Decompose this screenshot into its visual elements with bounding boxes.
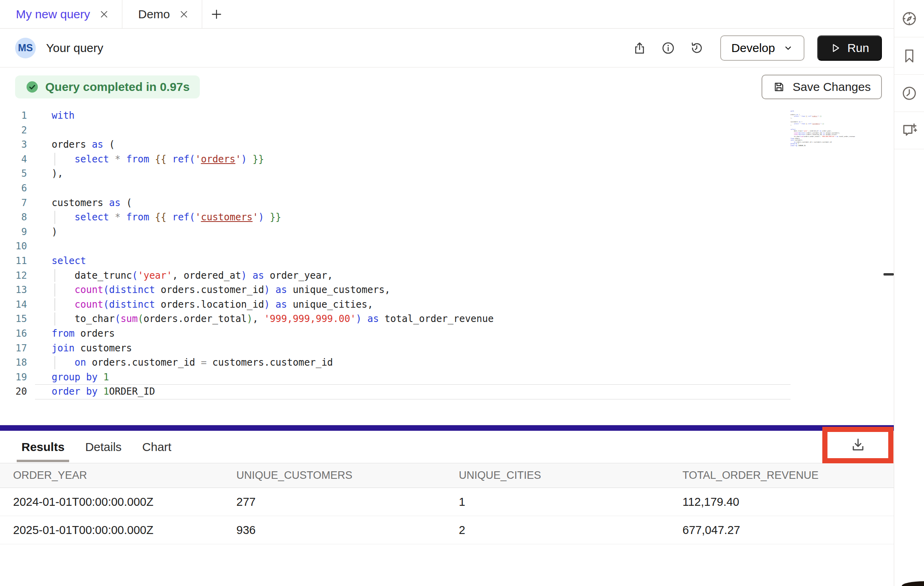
highlight-annotation <box>822 427 893 463</box>
table-body: 2024-01-01T00:00:00.000Z2771112,179.4020… <box>0 488 894 544</box>
code-line[interactable]: select <box>52 254 494 268</box>
panel-resize-splitter[interactable] <box>0 425 894 431</box>
status-row: Query completed in 0.97s Save Changes <box>0 67 894 105</box>
code-content[interactable]: withorders as ( select * from {{ ref('or… <box>35 108 494 425</box>
line-number: 17 <box>0 341 27 356</box>
line-number: 12 <box>0 268 27 283</box>
explore-button[interactable] <box>894 0 924 37</box>
tab-demo[interactable]: Demo <box>122 0 202 28</box>
bookmarks-button[interactable] <box>894 37 924 75</box>
line-number: 18 <box>0 355 27 370</box>
code-line[interactable]: count(distinct orders.customer_id) as un… <box>52 283 494 297</box>
table-row: 2025-01-01T00:00:00.000Z9362677,047.27 <box>0 516 894 544</box>
sql-code-editor[interactable]: 1234567891011121314151617181920 withorde… <box>0 105 894 425</box>
table-row: 2024-01-01T00:00:00.000Z2771112,179.40 <box>0 488 894 516</box>
code-line[interactable]: count(distinct orders.location_id) as un… <box>52 297 494 312</box>
query-status-badge: Query completed in 0.97s <box>15 75 200 98</box>
info-icon <box>661 41 675 55</box>
code-line[interactable]: group by 1 <box>52 370 494 385</box>
history-icon <box>690 41 704 55</box>
column-header: UNIQUE_CITIES <box>459 469 682 482</box>
compass-icon <box>901 10 918 27</box>
code-minimap[interactable]: withorders as ( select * from {{ ref('or… <box>791 110 859 158</box>
main-panel: My new query Demo MS Your query <box>0 0 894 586</box>
save-label: Save Changes <box>793 80 871 94</box>
code-line[interactable]: date_trunc('year', ordered_at) as order_… <box>52 268 494 283</box>
info-button[interactable] <box>657 37 680 60</box>
line-number: 13 <box>0 283 27 297</box>
line-number: 11 <box>0 254 27 268</box>
code-line[interactable]: ), <box>52 166 494 181</box>
line-number: 16 <box>0 326 27 341</box>
close-icon[interactable] <box>179 9 189 19</box>
column-header: TOTAL_ORDER_REVENUE <box>682 469 894 482</box>
clock-icon <box>901 85 918 102</box>
line-number: 14 <box>0 297 27 312</box>
code-line[interactable]: customers as ( <box>52 196 494 210</box>
code-line[interactable]: select * from {{ ref('orders') }} <box>52 152 494 167</box>
code-line[interactable]: order by 1ORDER_ID <box>52 384 494 399</box>
code-line[interactable]: ) <box>52 225 494 239</box>
tab-chart[interactable]: Chart <box>142 440 171 454</box>
code-line[interactable]: join customers <box>52 341 494 356</box>
develop-label: Develop <box>731 41 775 55</box>
ai-assistant-button[interactable] <box>894 112 924 149</box>
line-number: 1 <box>0 108 27 123</box>
download-results-button[interactable] <box>849 436 867 454</box>
line-number: 5 <box>0 166 27 181</box>
line-number: 7 <box>0 196 27 210</box>
code-line[interactable]: orders as ( <box>52 137 494 152</box>
code-line[interactable]: select * from {{ ref('customers') }} <box>52 210 494 225</box>
column-header: ORDER_YEAR <box>13 469 236 482</box>
code-line[interactable]: to_char(sum(orders.order_total), '999,99… <box>52 312 494 326</box>
table-cell: 1 <box>459 495 682 509</box>
code-line[interactable] <box>52 239 494 254</box>
line-number: 20 <box>0 384 27 399</box>
play-icon <box>830 42 841 54</box>
line-number: 3 <box>0 137 27 152</box>
history-sidebar-button[interactable] <box>894 75 924 112</box>
tab-bar: My new query Demo <box>0 0 894 29</box>
code-line[interactable] <box>52 123 494 138</box>
plus-icon <box>210 8 223 21</box>
code-line[interactable]: from orders <box>52 326 494 341</box>
table-cell: 2 <box>459 524 682 537</box>
status-text: Query completed in 0.97s <box>45 80 189 94</box>
ai-chat-sparkles-icon <box>901 122 918 139</box>
chevron-down-icon <box>783 43 793 53</box>
results-tab-bar: Results Details Chart <box>0 431 894 463</box>
line-number: 15 <box>0 312 27 326</box>
history-button[interactable] <box>685 37 708 60</box>
tab-label: Demo <box>138 8 170 21</box>
table-cell: 936 <box>236 524 459 537</box>
line-number: 10 <box>0 239 27 254</box>
code-line[interactable]: with <box>52 108 494 123</box>
line-number: 9 <box>0 225 27 239</box>
tab-details[interactable]: Details <box>85 440 122 454</box>
download-icon <box>849 436 867 454</box>
column-header: UNIQUE_CUSTOMERS <box>236 469 459 482</box>
code-line[interactable]: on orders.customer_id = customers.custom… <box>52 355 494 370</box>
share-icon <box>632 41 647 55</box>
new-tab-button[interactable] <box>202 0 231 28</box>
line-number: 6 <box>0 181 27 196</box>
save-icon <box>773 81 785 93</box>
save-changes-button[interactable]: Save Changes <box>762 75 882 99</box>
table-cell: 2024-01-01T00:00:00.000Z <box>13 495 236 509</box>
tab-results[interactable]: Results <box>21 440 64 454</box>
table-cell: 677,047.27 <box>682 524 894 537</box>
check-circle-icon <box>25 80 39 94</box>
code-line[interactable] <box>52 181 494 196</box>
run-button[interactable]: Run <box>817 35 882 61</box>
page-title: Your query <box>46 41 103 55</box>
line-number: 4 <box>0 152 27 167</box>
line-number: 2 <box>0 123 27 138</box>
tab-my-new-query[interactable]: My new query <box>0 0 122 28</box>
run-label: Run <box>847 41 869 55</box>
develop-dropdown[interactable]: Develop <box>720 35 804 61</box>
scrollbar-marker[interactable] <box>883 273 894 276</box>
close-icon[interactable] <box>99 9 109 19</box>
results-panel: Results Details Chart ORDER_YEARUNIQUE_C… <box>0 431 894 544</box>
line-number-gutter: 1234567891011121314151617181920 <box>0 108 35 425</box>
share-button[interactable] <box>628 37 651 60</box>
